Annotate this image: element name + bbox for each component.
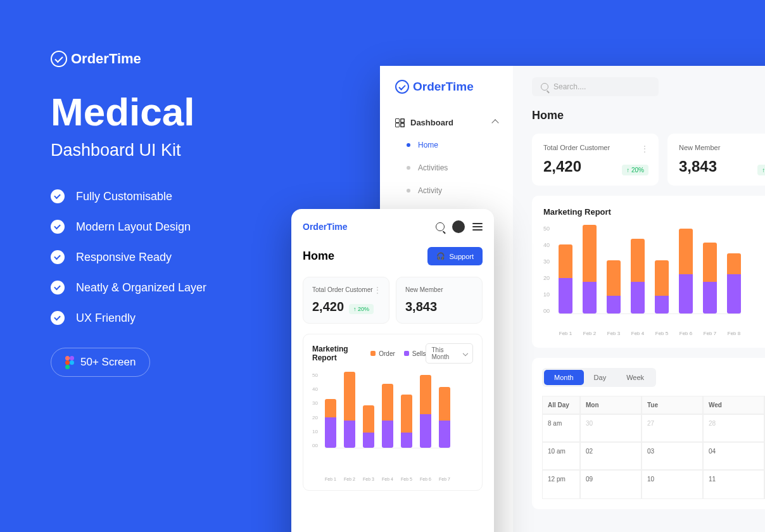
panel-title: Marketing Report: [312, 345, 370, 362]
change-badge: ↑ 20%: [349, 304, 374, 314]
calendar-view-tabs: Month Day Week: [542, 368, 656, 387]
calendar-cell[interactable]: 30: [580, 414, 642, 442]
chart-bar: [363, 405, 374, 448]
marketing-panel: OrderTime Medical Dashboard UI Kit Fully…: [51, 51, 279, 377]
dashboard-icon: [395, 118, 404, 127]
chart-bar: [344, 372, 355, 448]
dot-icon: [407, 143, 410, 147]
chart-bar: [401, 395, 412, 448]
check-icon: [51, 220, 65, 234]
legend-swatch-order: [370, 351, 376, 356]
chart-bar: [631, 239, 645, 314]
feature-item: Neatly & Organized Layer: [51, 281, 279, 294]
marketing-report-panel: Marketing Report Order Sells 50403020100…: [532, 196, 765, 348]
calendar-cell[interactable]: 04: [703, 442, 764, 470]
chart-bar: [727, 253, 741, 314]
dot-icon: [407, 189, 410, 193]
feature-item: Fully Customisable: [51, 189, 279, 203]
more-icon[interactable]: ⋮: [640, 144, 648, 154]
sidebar-item-activity[interactable]: Activity: [380, 179, 513, 202]
calendar-cell[interactable]: 28: [703, 414, 764, 442]
chart-bar: [679, 229, 693, 314]
headset-icon: 🎧: [436, 252, 445, 260]
check-icon: [51, 311, 65, 325]
chevron-down-icon: [463, 351, 468, 356]
chart-bar: [325, 399, 336, 448]
tab-week[interactable]: Week: [616, 370, 654, 385]
x-axis: Feb 1Feb 2Feb 3Feb 4Feb 5Feb 6Feb 7Feb 8: [543, 331, 765, 336]
feature-item: Modern Layout Design: [51, 220, 279, 234]
sidebar-item-home[interactable]: Home: [380, 134, 513, 156]
check-circle-icon: [51, 51, 67, 67]
brand-logo[interactable]: OrderTime: [303, 222, 348, 232]
brand-logo: OrderTime: [51, 51, 279, 67]
feature-list: Fully Customisable Modern Layout Design …: [51, 189, 279, 325]
panel-title: Marketing Report: [543, 207, 611, 217]
feature-item: Responsive Ready: [51, 250, 279, 264]
chart-bar: [382, 384, 393, 448]
more-icon[interactable]: ⋮: [373, 285, 381, 295]
mobile-preview: OrderTime Home 🎧 Support ⋮ Total Order C…: [291, 209, 494, 532]
tab-day[interactable]: Day: [584, 370, 617, 385]
chart-bar: [439, 387, 450, 448]
menu-icon[interactable]: [472, 223, 483, 231]
screen-count-badge: 50+ Screen: [51, 348, 150, 377]
calendar-cell[interactable]: 27: [642, 414, 703, 442]
marketing-chart: 504030201000: [312, 372, 473, 474]
stat-cards: ⋮ Total Order Customer 2,420↑ 20% New Me…: [303, 277, 483, 324]
sidebar-item-activities[interactable]: Activities: [380, 156, 513, 179]
calendar-cell[interactable]: 09: [580, 470, 642, 499]
check-circle-icon: [395, 80, 409, 94]
stat-cards: ⋮ Total Order Customer 2,420 ↑ 20% ⋮ New…: [532, 134, 765, 186]
figma-icon: [65, 356, 74, 369]
main-content: Home ⋮ Total Order Customer 2,420 ↑ 20% …: [513, 66, 765, 509]
chart-bar: [559, 244, 572, 314]
y-axis: 504030201000: [543, 225, 550, 314]
calendar-cell[interactable]: 11: [703, 470, 764, 499]
marketing-chart: 504030201000: [543, 225, 765, 327]
chart-bar: [655, 260, 669, 314]
chevron-up-icon: [491, 119, 498, 126]
calendar-panel: Month Day Week August 2023 All Day Mon T…: [532, 358, 765, 509]
calendar-cell[interactable]: 02: [580, 442, 642, 470]
stat-card-orders[interactable]: ⋮ Total Order Customer 2,420↑ 20%: [303, 277, 389, 324]
dot-icon: [407, 166, 410, 170]
chart-legend: Order Sells: [370, 350, 426, 357]
feature-item: UX Friendly: [51, 311, 279, 325]
page-title: Home: [532, 109, 765, 122]
calendar-cell[interactable]: 03: [642, 442, 703, 470]
chart-bar: [583, 225, 597, 314]
stat-card-orders[interactable]: ⋮ Total Order Customer 2,420 ↑ 20%: [532, 134, 659, 186]
period-dropdown[interactable]: This Month: [426, 343, 473, 364]
tab-month[interactable]: Month: [544, 370, 584, 385]
brand-name: OrderTime: [71, 51, 141, 67]
page-title: Home: [303, 250, 334, 263]
calendar-grid: All Day Mon Tue Wed T 8 am 30 27 28 29 1…: [542, 396, 765, 499]
hero-subtitle: Dashboard UI Kit: [51, 141, 279, 160]
y-axis: 504030201000: [312, 372, 318, 448]
change-badge: ↑ 25%: [757, 165, 765, 175]
nav-section-header[interactable]: Dashboard: [380, 111, 513, 134]
brand-logo[interactable]: OrderTime: [380, 80, 513, 94]
chart-bar: [607, 260, 621, 314]
chart-bar: [420, 375, 431, 448]
calendar-cell[interactable]: 10: [642, 470, 703, 499]
hero-title: Medical: [51, 92, 279, 132]
avatar[interactable]: [452, 220, 465, 233]
legend-swatch-sells: [404, 351, 409, 356]
check-icon: [51, 250, 65, 264]
marketing-report-panel: Marketing Report Order Sells This Month …: [303, 334, 483, 491]
change-badge: ↑ 20%: [622, 165, 648, 175]
chart-bar: [703, 243, 717, 314]
search-icon[interactable]: [436, 222, 445, 231]
check-icon: [51, 281, 65, 294]
support-button[interactable]: 🎧 Support: [427, 247, 483, 265]
stat-card-members[interactable]: New Member 3,843: [396, 277, 483, 324]
stat-card-members[interactable]: ⋮ New Member 3,843 ↑ 25%: [667, 134, 765, 186]
mobile-header: OrderTime: [303, 220, 483, 233]
x-axis: Feb 1Feb 2Feb 3Feb 4Feb 5Feb 6Feb 7: [312, 477, 473, 481]
check-icon: [51, 189, 65, 203]
